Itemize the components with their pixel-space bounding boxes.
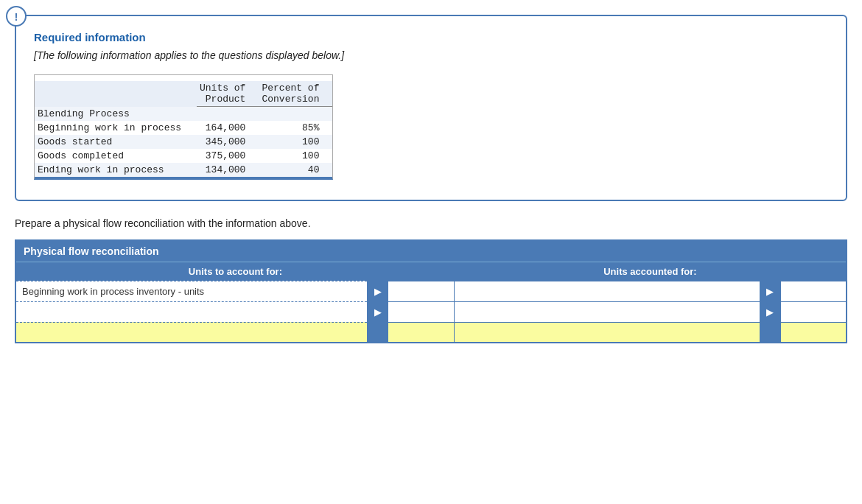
pf-total-right-num[interactable] [780,322,847,343]
pf-main-header: Physical flow reconciliation [15,240,455,262]
pf-header-row: Physical flow reconciliation [15,240,847,262]
row-units-0 [197,107,259,121]
table-row: Blending Process [35,107,332,121]
pf-left-num-1[interactable] [388,281,455,301]
info-subtitle: [The following information applies to th… [34,49,828,61]
pf-total-right-label[interactable] [455,322,760,343]
row-pct-0 [259,107,332,121]
row-label-3: Goods completed [35,149,197,163]
row-pct-2: 100 [259,135,332,149]
right-arrow-icon-1: ▶ [766,286,774,297]
pf-left-dropdown-2[interactable]: ▶ [368,301,388,322]
row-units-1: 164,000 [197,121,259,135]
pf-left-subheader: Units to account for: [15,262,455,281]
row-label-2: Goods started [35,135,197,149]
pf-right-label-1[interactable] [455,281,760,301]
pf-total-left-label[interactable] [15,322,368,343]
pf-total-left-num[interactable] [388,322,455,343]
pf-left-label-1[interactable]: Beginning work in process inventory - un… [15,281,368,301]
dropdown-arrow-icon-2: ▶ [374,307,382,318]
right-arrow-icon-2: ▶ [766,307,774,318]
row-label-1: Beginning work in process [35,121,197,135]
col-pct-header: Percent ofConversion [259,81,332,107]
dropdown-arrow-icon-1: ▶ [374,286,382,297]
pf-total-row [15,322,847,343]
row-label-4: Ending work in process [35,163,197,178]
pf-left-dropdown-1[interactable]: ▶ [368,281,388,301]
row-label-0: Blending Process [35,107,197,121]
pf-reconciliation-table: Physical flow reconciliation Units to ac… [15,239,847,344]
prepare-text: Prepare a physical flow reconciliation w… [15,217,847,229]
pf-right-num-1[interactable] [780,281,847,301]
col-blank-header [35,81,197,107]
info-table: Units ofProduct Percent ofConversion Ble… [35,81,332,178]
table-row: Goods started 345,000 100 [35,135,332,149]
pf-right-subheader: Units accounted for: [455,262,847,281]
pf-total-right-dropdown[interactable] [760,322,780,343]
info-table-wrapper: Units ofProduct Percent ofConversion Ble… [34,74,333,180]
pf-right-num-2[interactable] [780,301,847,322]
pf-data-row-1: Beginning work in process inventory - un… [15,281,847,301]
alert-icon: ! [6,6,27,27]
info-box: ! Required information [The following in… [15,15,847,201]
pf-subheader-row: Units to account for: Units accounted fo… [15,262,847,281]
row-pct-1: 85% [259,121,332,135]
pf-header-right-spacer [455,240,847,262]
table-row: Ending work in process 134,000 40 [35,163,332,178]
pf-left-label-2[interactable] [15,301,368,322]
row-pct-4: 40 [259,163,332,178]
pf-right-dropdown-2[interactable]: ▶ [760,301,780,322]
pf-right-dropdown-1[interactable]: ▶ [760,281,780,301]
row-units-4: 134,000 [197,163,259,178]
row-units-2: 345,000 [197,135,259,149]
table-row: Goods completed 375,000 100 [35,149,332,163]
pf-right-label-2[interactable] [455,301,760,322]
pf-total-dropdown[interactable] [368,322,388,343]
row-pct-3: 100 [259,149,332,163]
pf-left-num-2[interactable] [388,301,455,322]
table-row: Beginning work in process 164,000 85% [35,121,332,135]
row-units-3: 375,000 [197,149,259,163]
required-title: Required information [34,31,828,43]
col-units-header: Units ofProduct [197,81,259,107]
pf-left-label-1-text: Beginning work in process inventory - un… [22,286,204,297]
pf-data-row-2: ▶ ▶ [15,301,847,322]
